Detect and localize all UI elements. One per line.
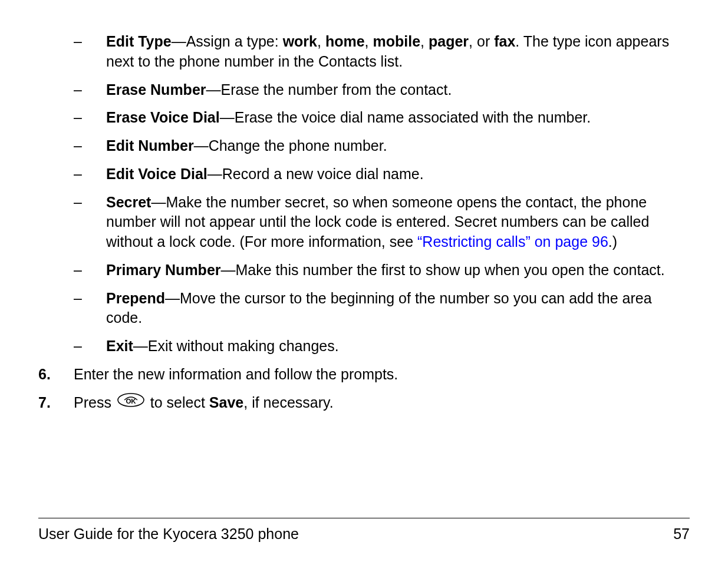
ok-button-icon: OK [117, 392, 145, 413]
term: Edit Number [106, 137, 194, 154]
svg-text:OK: OK [126, 398, 136, 405]
step-item: 7. Press OK to select Save, if necessary… [38, 393, 690, 414]
footer-title: User Guide for the Kyocera 3250 phone [38, 524, 299, 544]
term: Secret [106, 194, 151, 210]
term: Primary Number [106, 262, 221, 278]
term: Exit [106, 338, 133, 354]
list-item: Erase Number—Erase the number from the c… [74, 80, 690, 100]
text: —Erase the number from the contact. [206, 81, 452, 98]
step-number: 6. [38, 365, 51, 385]
list-item: Prepend—Move the cursor to the beginning… [74, 289, 690, 329]
text: —Make this number the first to show up w… [221, 262, 665, 278]
text: , [420, 33, 429, 49]
text: work [283, 33, 317, 49]
text: .) [608, 233, 617, 250]
page-footer: User Guide for the Kyocera 3250 phone 57 [38, 518, 690, 544]
page-number: 57 [673, 524, 690, 544]
text: —Exit without making changes. [133, 338, 339, 354]
term: Edit Type [106, 33, 172, 49]
term: Edit Voice Dial [106, 166, 207, 182]
list-item: Edit Type—Assign a type: work, home, mob… [74, 32, 690, 72]
text: —Record a new voice dial name. [207, 166, 424, 182]
text: pager [429, 33, 469, 49]
text: Press [74, 394, 116, 411]
term: Erase Number [106, 81, 206, 98]
text: to select [146, 394, 209, 411]
step-list: 6. Enter the new information and follow … [38, 365, 690, 414]
list-item: Edit Number—Change the phone number. [74, 136, 690, 156]
list-item: Exit—Exit without making changes. [74, 336, 690, 356]
list-item: Erase Voice Dial—Erase the voice dial na… [74, 108, 690, 128]
text: , if necessary. [243, 394, 333, 411]
step-item: 6. Enter the new information and follow … [38, 365, 690, 385]
text: fax [494, 33, 515, 49]
text: Enter the new information and follow the… [74, 366, 398, 382]
text: , or [469, 33, 494, 49]
text: mobile [373, 33, 421, 49]
text: , [365, 33, 373, 49]
term: Erase Voice Dial [106, 109, 220, 125]
text: —Assign a type: [172, 33, 283, 49]
text: , [317, 33, 325, 49]
text: —Move the cursor to the beginning of the… [106, 290, 652, 326]
page-content: Edit Type—Assign a type: work, home, mob… [38, 32, 690, 506]
term: Prepend [106, 290, 165, 306]
list-item: Edit Voice Dial—Record a new voice dial … [74, 164, 690, 184]
list-item: Secret—Make the number secret, so when s… [74, 193, 690, 252]
text: home [325, 33, 365, 49]
text: —Change the phone number. [194, 137, 387, 154]
option-list: Edit Type—Assign a type: work, home, mob… [74, 32, 690, 356]
step-number: 7. [38, 393, 51, 413]
text: —Erase the voice dial name associated wi… [220, 109, 591, 125]
cross-reference-link[interactable]: “Restricting calls” on page 96 [417, 233, 608, 250]
list-item: Primary Number—Make this number the firs… [74, 260, 690, 280]
text: Save [209, 394, 243, 411]
